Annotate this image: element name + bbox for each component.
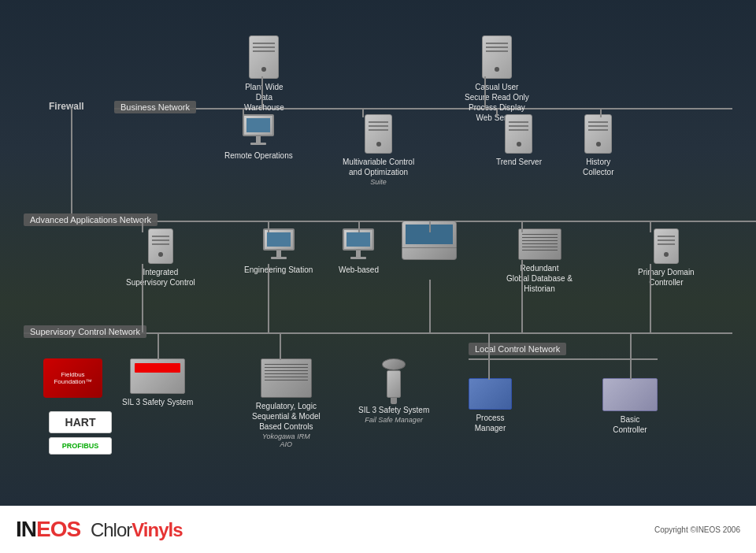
- remote-operations-icon: [243, 114, 274, 147]
- vline-reg-logic: [280, 332, 281, 360]
- vline-int-sup-down: [142, 264, 143, 332]
- logo-vinyls: Vinyls: [132, 519, 182, 540]
- logo-eos: EOS: [36, 517, 80, 541]
- regulatory-logic-icon: [261, 358, 312, 398]
- primary-domain-label: Primary DomainController: [638, 267, 695, 288]
- main-diagram: Firewall Business Network Advanced Appli…: [0, 0, 756, 506]
- firewall-label: Firewall: [49, 101, 84, 112]
- vline-eng-st: [268, 221, 269, 232]
- multivariable-control-node: Multivariable Controland Optimization Su…: [343, 114, 414, 186]
- vline-trend-up: [496, 109, 498, 117]
- trend-server-label: Trend Server: [496, 157, 542, 167]
- process-manager-node: ProcessManager: [469, 378, 512, 433]
- vline-cas-user: [484, 76, 486, 109]
- vline-int-sup: [142, 221, 143, 232]
- valve-label: SIL 3 Safety System: [358, 405, 429, 415]
- history-collector-icon: [584, 114, 612, 154]
- vline-hist-up: [600, 109, 602, 117]
- trend-server-icon: [505, 114, 532, 154]
- integrated-supervisory-node: IntegratedSupervisory Control: [126, 228, 195, 288]
- logo-in: IN: [16, 517, 36, 541]
- basic-controller-node: BasicController: [602, 378, 658, 435]
- logo-chlor: Chlor: [91, 519, 132, 540]
- process-manager-label: ProcessManager: [475, 413, 506, 433]
- multivariable-label: Multivariable Controland Optimization: [343, 157, 414, 177]
- vline-web: [358, 221, 360, 232]
- local-ctrl-label: Local Control Network: [469, 343, 566, 355]
- vline-eng-st-down: [268, 264, 269, 332]
- web-based-node: Web-based: [339, 228, 379, 275]
- redundant-db-label: RedundantGlobal Database & Historian: [496, 263, 583, 294]
- redundant-db-node: RedundantGlobal Database & Historian: [496, 228, 583, 294]
- regulatory-logic-label: Regulatory, LogicSequential & ModelBased…: [252, 401, 321, 432]
- vline-red-db-down: [521, 260, 523, 332]
- hart-logo-node: HART: [49, 411, 112, 436]
- profibus-node: PROFIBUS: [49, 437, 112, 458]
- integrated-supervisory-icon: [148, 228, 173, 264]
- engineering-station-icon: [263, 228, 295, 262]
- footer: INEOS ChlorVinyls Copyright ©INEOS 2006: [0, 506, 756, 553]
- adv-app-label: Advanced Applications Network: [24, 213, 158, 226]
- plant-data-warehouse-icon: [249, 35, 279, 79]
- vline-pdc: [650, 221, 651, 232]
- history-collector-label: HistoryCollector: [583, 157, 613, 177]
- business-network-label: Business Network: [114, 101, 196, 113]
- vline-basic-ctrl: [630, 332, 632, 380]
- vline-remote-up: [243, 109, 244, 117]
- primary-domain-icon: [654, 228, 679, 264]
- basic-controller-icon: [602, 378, 658, 411]
- sil3-safety-left-node: SIL 3 Safety System: [122, 358, 193, 407]
- valve-icon: [382, 358, 406, 402]
- plant-data-warehouse-label: Plant WideDataWarehouse: [244, 82, 284, 113]
- vline-pwdw: [261, 76, 263, 109]
- sil3-safety-left-icon: [130, 358, 185, 394]
- history-collector-node: HistoryCollector: [583, 114, 613, 177]
- plant-data-warehouse-node: Plant WideDataWarehouse: [244, 35, 284, 113]
- vline-console-down: [429, 280, 431, 332]
- vline-multi-up: [362, 109, 364, 117]
- vline-console: [429, 221, 431, 232]
- hart-logo-icon: HART: [49, 411, 112, 433]
- multivariable-sublabel: Suite: [370, 178, 387, 186]
- integrated-supervisory-label: IntegratedSupervisory Control: [126, 267, 195, 288]
- web-based-icon: [343, 228, 374, 262]
- multivariable-icon: [365, 114, 392, 154]
- casual-user-icon: [482, 35, 512, 79]
- regulatory-logic-node: Regulatory, LogicSequential & ModelBased…: [252, 358, 321, 448]
- sup-ctrl-label: Supervisory Control Network: [24, 325, 146, 338]
- regulatory-sublabel: Yokogawa IRMAIO: [262, 432, 310, 448]
- vline-sil3-left: [158, 332, 159, 360]
- sil3-safety-left-label: SIL 3 Safety System: [122, 397, 193, 407]
- engineering-station-label: Engineering Station: [244, 265, 313, 275]
- valve-sublabel: Fail Safe Manager: [365, 416, 423, 424]
- primary-domain-node: Primary DomainController: [638, 228, 695, 288]
- business-network-line: [114, 108, 732, 109]
- footer-copyright: Copyright ©INEOS 2006: [654, 525, 740, 534]
- profibus-icon: PROFIBUS: [49, 437, 112, 455]
- redundant-db-icon: [518, 228, 561, 260]
- vline-red-db: [521, 221, 523, 232]
- footer-logo: INEOS ChlorVinyls: [16, 517, 183, 542]
- local-ctrl-hline: [469, 358, 658, 360]
- remote-operations-label: Remote Operations: [224, 150, 293, 161]
- basic-controller-label: BasicController: [613, 414, 647, 435]
- process-manager-icon: [469, 378, 512, 410]
- engineering-station-node: Engineering Station: [244, 228, 313, 276]
- vline-pdc-down: [650, 264, 651, 332]
- vline-proc-mgr: [488, 332, 490, 380]
- fieldbus-logo-node: FieldbusFoundation™: [43, 358, 102, 401]
- remote-operations-node: Remote Operations: [224, 114, 293, 161]
- valve-node: SIL 3 Safety System Fail Safe Manager: [358, 358, 429, 424]
- vline-left: [71, 109, 72, 222]
- trend-server-node: Trend Server: [496, 114, 542, 167]
- web-based-label: Web-based: [339, 265, 379, 275]
- fieldbus-logo-icon: FieldbusFoundation™: [43, 358, 102, 398]
